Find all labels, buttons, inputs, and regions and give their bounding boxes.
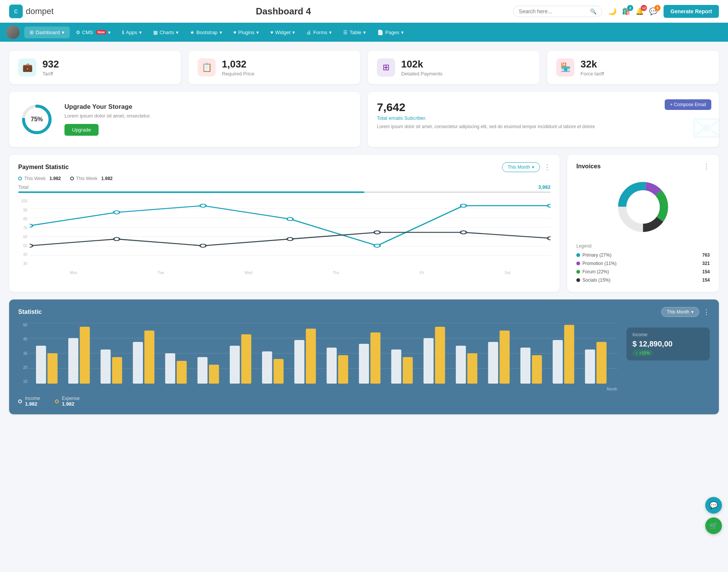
sidebar-item-bootstrap[interactable]: ★ Bootstrap ▾ (185, 27, 228, 38)
bar-chart-area: 50 40 30 20 10 (18, 323, 617, 391)
shopping-icon[interactable]: 🛍️2 (622, 7, 630, 16)
bell-icon[interactable]: 🔔12 (635, 7, 644, 16)
up-arrow-icon: ↑ (635, 351, 638, 355)
required-price-icon: 📋 (198, 58, 216, 77)
statistic-title: Statistic (18, 309, 42, 315)
logo-text: dompet (26, 6, 53, 16)
legend-color-socials (576, 278, 580, 282)
stat-info: 1,032 Required Price (222, 58, 254, 77)
email-card: + Compose Email 7,642 Total emails Subcr… (368, 92, 719, 147)
legend-label: This Week (76, 176, 97, 181)
income-legend-item: Income 1.982 (18, 396, 40, 407)
legend-name-primary: Primary (27%) (576, 252, 702, 258)
chevron-down-icon: ▾ (363, 30, 366, 35)
legend-name-socials: Socials (15%) (576, 277, 702, 283)
search-input[interactable] (519, 8, 587, 14)
svg-rect-34 (47, 353, 57, 384)
sidebar-item-dashboard[interactable]: ⊞ Dashboard ▾ (24, 27, 70, 38)
chat-icon[interactable]: 💬5 (649, 7, 657, 16)
sidebar-item-label: Plugins (238, 30, 254, 35)
upgrade-button[interactable]: Upgrade (64, 124, 99, 136)
moon-icon[interactable]: 🌙 (608, 7, 617, 16)
svg-rect-55 (391, 349, 401, 384)
sidebar-item-table[interactable]: ☰ Table ▾ (338, 27, 371, 38)
payment-header: Payment Statistic This Month ▾ ⋮ (18, 162, 551, 172)
info-icon: ℹ (122, 30, 124, 35)
tariff-label: Tariff (42, 71, 59, 77)
legend-value-forum: 154 (702, 269, 710, 274)
chevron-down-icon: ▾ (176, 30, 179, 35)
invoices-title: Invoices (576, 163, 601, 170)
svg-rect-44 (209, 365, 219, 384)
legend-value-socials: 154 (702, 277, 710, 283)
storage-percent: 75% (31, 116, 43, 123)
legend-item-week1: This Week 1.982 (18, 176, 61, 181)
svg-rect-35 (68, 338, 78, 384)
stat-info: 932 Tariff (42, 58, 59, 77)
invoices-legend: Legend Primary (27%) 763 Promotion (11%)… (576, 243, 710, 284)
force-tariff-label: Force tariff (581, 71, 604, 77)
sidebar-item-forms[interactable]: 🖨 Forms ▾ (301, 27, 337, 38)
total-value: 3,982 (538, 184, 551, 190)
svg-rect-37 (100, 349, 110, 384)
svg-rect-68 (596, 342, 606, 384)
generate-report-button[interactable]: Generate Report (664, 5, 719, 18)
sidebar-item-cms[interactable]: ⚙ CMS New ▾ (71, 27, 116, 38)
svg-rect-48 (273, 359, 283, 384)
bar-chart-section: 50 40 30 20 10 (18, 323, 617, 407)
svg-point-14 (460, 204, 466, 207)
detailed-payments-label: Detailed Payments (401, 71, 442, 77)
sidebar-item-label: Charts (160, 30, 174, 35)
sidebar-item-plugins[interactable]: ♥ Plugins ▾ (228, 27, 264, 38)
statistic-month-select[interactable]: This Month ▾ (661, 307, 699, 317)
svg-rect-57 (424, 338, 433, 384)
storage-info: Upgrade Your Storage Lorem ipsum dolor s… (64, 103, 151, 136)
more-options-button[interactable]: ⋮ (544, 163, 551, 171)
invoices-more-button[interactable]: ⋮ (703, 162, 710, 171)
svg-rect-59 (456, 346, 466, 384)
total-label: Total (18, 184, 28, 190)
required-price-value: 1,032 (222, 58, 254, 70)
star-icon: ★ (190, 30, 195, 35)
svg-rect-43 (198, 357, 207, 384)
widget-icon: ♥ (270, 30, 273, 35)
legend-name-forum: Forum (22%) (576, 269, 702, 274)
svg-point-19 (287, 237, 293, 240)
statistic-card: Statistic This Month ▾ ⋮ 50 40 30 20 (9, 299, 719, 414)
header-right: 🔍 🌙 🛍️2 🔔12 💬5 Generate Report (513, 5, 719, 18)
sidebar-item-apps[interactable]: ℹ Apps ▾ (117, 27, 147, 38)
nav-items: ⊞ Dashboard ▾ ⚙ CMS New ▾ ℹ Apps ▾ ▦ Cha… (24, 27, 722, 38)
legend-label: This Week (24, 176, 46, 181)
sidebar-item-pages[interactable]: 📄 Pages ▾ (372, 27, 409, 38)
legend-dot-teal (18, 177, 22, 180)
svg-rect-53 (359, 344, 369, 384)
sidebar-item-charts[interactable]: ▦ Charts ▾ (148, 27, 184, 38)
bar-x-label: Month (29, 387, 617, 391)
month-select[interactable]: This Month ▾ (502, 162, 540, 172)
svg-rect-46 (241, 334, 251, 384)
legend-label-socials: Socials (15%) (582, 277, 610, 283)
x-labels: Mon Tue Wed Thu Fri Sat (30, 271, 551, 275)
svg-point-20 (374, 231, 380, 234)
svg-rect-40 (144, 331, 154, 384)
chevron-down-icon: ▾ (256, 30, 259, 35)
nav-bar: ⊞ Dashboard ▾ ⚙ CMS New ▾ ℹ Apps ▾ ▦ Cha… (0, 23, 728, 42)
chevron-down-icon: ▾ (139, 30, 142, 35)
sidebar-item-widget[interactable]: ♥ Widget ▾ (265, 27, 300, 38)
sidebar-item-label: Pages (385, 30, 399, 35)
donut-container (576, 177, 710, 237)
income-dot (18, 400, 22, 403)
pages-icon: 📄 (377, 30, 383, 35)
svg-rect-36 (80, 327, 89, 384)
stat-card-required-price: 📋 1,032 Required Price (188, 51, 360, 84)
svg-point-18 (200, 244, 206, 247)
income-box-title: Income (632, 332, 704, 337)
legend-heading: Legend (576, 243, 710, 249)
svg-rect-54 (370, 332, 380, 384)
stat-card-force-tariff: 🏪 32k Force tariff (547, 51, 719, 84)
cms-badge: New (96, 30, 107, 34)
statistic-more-button[interactable]: ⋮ (703, 308, 710, 316)
month-label: This Month (508, 165, 530, 170)
legend-label-primary: Primary (27%) (582, 252, 612, 258)
svg-rect-62 (500, 331, 510, 384)
